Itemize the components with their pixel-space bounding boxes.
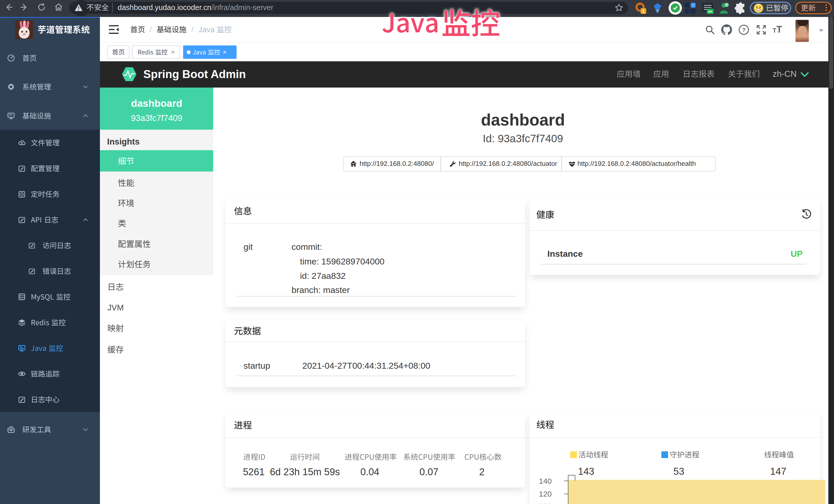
svg-text:?: ? <box>742 27 745 33</box>
svg-text:1: 1 <box>642 9 644 14</box>
svg-text:on: on <box>708 9 712 13</box>
